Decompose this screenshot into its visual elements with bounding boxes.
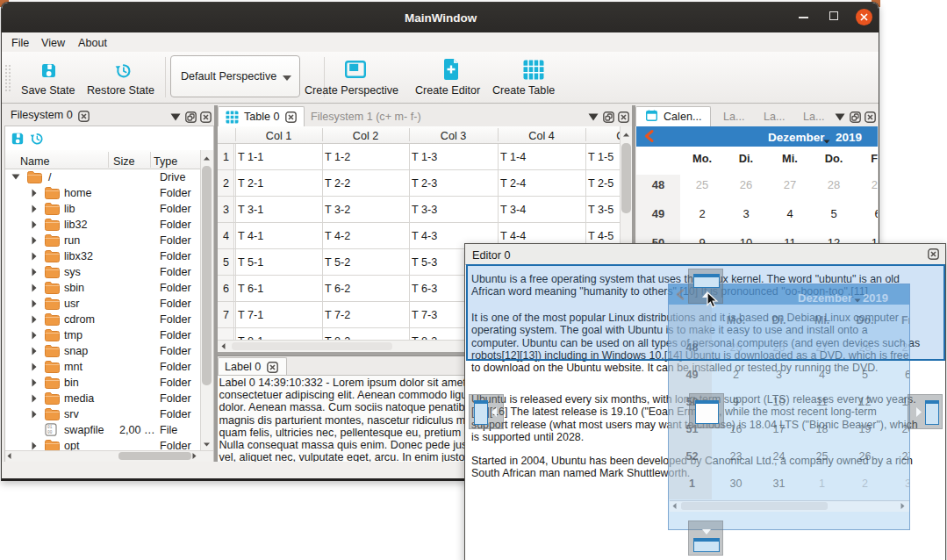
svg-text:00: 00 <box>47 430 53 434</box>
svg-text:01: 01 <box>47 425 53 429</box>
